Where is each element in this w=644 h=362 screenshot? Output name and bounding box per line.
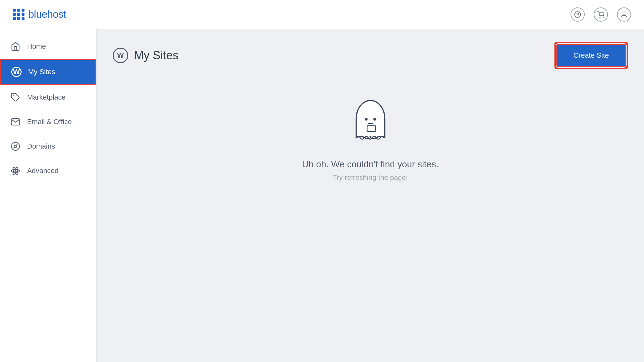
home-icon bbox=[10, 41, 21, 52]
svg-point-9 bbox=[12, 169, 20, 172]
create-site-button[interactable]: Create Site bbox=[556, 44, 626, 67]
svg-marker-7 bbox=[14, 145, 17, 148]
sidebar-item-home[interactable]: Home bbox=[0, 34, 96, 59]
sidebar-item-domains-label: Domains bbox=[27, 142, 55, 151]
logo-grid-icon bbox=[13, 9, 24, 20]
sidebar-item-advanced-label: Advanced bbox=[27, 167, 59, 175]
wordpress-icon: W bbox=[11, 67, 22, 77]
sidebar-item-email-label: Email & Office bbox=[27, 118, 72, 126]
svg-point-12 bbox=[365, 118, 368, 121]
main-header: W My Sites Create Site bbox=[113, 42, 628, 69]
sidebar-item-domains[interactable]: Domains bbox=[0, 134, 96, 159]
svg-point-8 bbox=[15, 171, 16, 171]
header: bluehost bbox=[0, 0, 644, 29]
user-button[interactable] bbox=[617, 7, 631, 22]
page-title: My Sites bbox=[134, 49, 178, 62]
sidebar-item-email-office[interactable]: Email & Office bbox=[0, 110, 96, 134]
svg-point-4 bbox=[623, 12, 625, 14]
svg-point-3 bbox=[603, 17, 603, 17]
sidebar-item-marketplace[interactable]: Marketplace bbox=[0, 85, 96, 110]
layout: Home W My Sites Marketplace bbox=[0, 29, 644, 362]
tag-icon bbox=[10, 92, 21, 103]
help-button[interactable] bbox=[571, 7, 585, 22]
page-title-area: W My Sites bbox=[113, 48, 178, 63]
sidebar: Home W My Sites Marketplace bbox=[0, 29, 97, 362]
sidebar-item-advanced[interactable]: Advanced bbox=[0, 159, 96, 183]
email-icon bbox=[10, 117, 21, 127]
create-site-button-wrapper: Create Site bbox=[554, 42, 628, 69]
sidebar-item-my-sites[interactable]: W My Sites bbox=[0, 59, 96, 85]
main-content: W My Sites Create Site bbox=[97, 29, 644, 362]
atom-icon bbox=[10, 166, 21, 176]
header-actions bbox=[571, 7, 631, 22]
sidebar-item-marketplace-label: Marketplace bbox=[27, 93, 66, 102]
page-wordpress-icon: W bbox=[113, 48, 128, 63]
ghost-illustration bbox=[345, 95, 396, 146]
cart-button[interactable] bbox=[594, 7, 608, 22]
sidebar-item-home-label: Home bbox=[27, 42, 46, 51]
empty-state: Uh oh. We couldn't find your sites. Try … bbox=[113, 95, 628, 182]
logo: bluehost bbox=[13, 8, 66, 20]
svg-point-6 bbox=[12, 142, 20, 151]
svg-point-2 bbox=[600, 17, 600, 17]
svg-rect-15 bbox=[367, 126, 376, 132]
empty-state-subtitle: Try refreshing the page! bbox=[333, 173, 408, 182]
svg-point-13 bbox=[373, 118, 376, 121]
empty-state-title: Uh oh. We couldn't find your sites. bbox=[302, 159, 439, 170]
sidebar-item-my-sites-label: My Sites bbox=[28, 68, 55, 76]
compass-icon bbox=[10, 141, 21, 152]
logo-text: bluehost bbox=[28, 8, 66, 20]
